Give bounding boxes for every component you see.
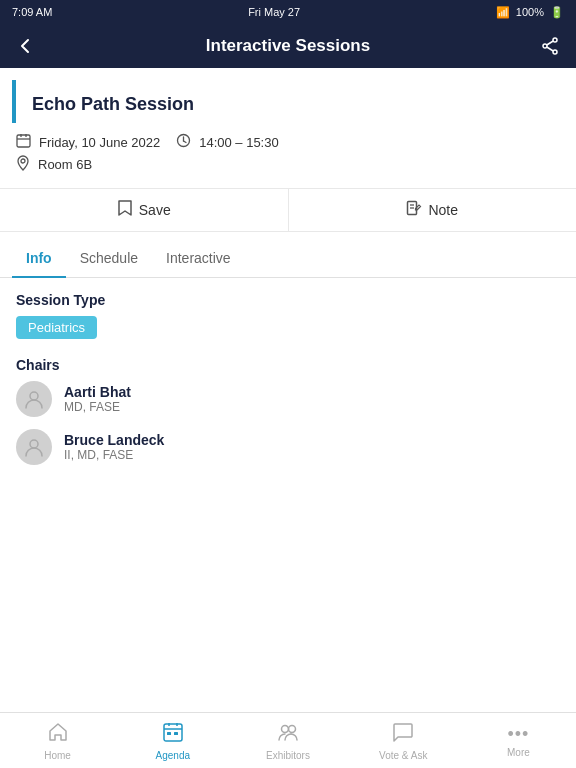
session-title: Echo Path Session — [32, 94, 548, 115]
svg-rect-23 — [174, 732, 178, 735]
note-icon — [406, 200, 422, 220]
session-type-label: Session Type — [16, 292, 560, 308]
nav-home[interactable]: Home — [0, 715, 115, 767]
back-button[interactable] — [12, 32, 40, 60]
session-title-block: Echo Path Session — [12, 80, 564, 123]
svg-point-24 — [282, 725, 289, 732]
svg-rect-18 — [164, 724, 182, 741]
calendar-icon — [16, 133, 31, 151]
home-icon — [47, 721, 69, 748]
more-icon: ••• — [507, 724, 529, 745]
nav-more[interactable]: ••• More — [461, 718, 576, 764]
vote-ask-icon — [392, 721, 414, 748]
svg-point-2 — [543, 44, 547, 48]
location-row: Room 6B — [16, 155, 560, 174]
header: Interactive Sessions — [0, 24, 576, 68]
main-content: Echo Path Session Friday, 10 June 2022 — [0, 68, 576, 712]
chair-role-2: II, MD, FASE — [64, 448, 164, 462]
nav-agenda-label: Agenda — [156, 750, 190, 761]
tab-content-info: Session Type Pediatrics Chairs Aarti Bha… — [0, 278, 576, 491]
status-day: Fri May 27 — [248, 6, 300, 18]
date-row: Friday, 10 June 2022 14:00 – 15:30 — [16, 133, 560, 151]
session-meta: Friday, 10 June 2022 14:00 – 15:30 Room … — [0, 127, 576, 180]
save-button[interactable]: Save — [0, 189, 289, 231]
tabs: Info Schedule Interactive — [0, 240, 576, 278]
svg-point-0 — [553, 38, 557, 42]
tab-schedule[interactable]: Schedule — [66, 240, 152, 278]
bookmark-icon — [117, 199, 133, 221]
chair-name-1: Aarti Bhat — [64, 384, 131, 400]
status-bar: 7:09 AM Fri May 27 📶 100% 🔋 — [0, 0, 576, 24]
nav-home-label: Home — [44, 750, 71, 761]
nav-vote-ask[interactable]: Vote & Ask — [346, 715, 461, 767]
session-type-section: Session Type Pediatrics — [16, 292, 560, 339]
chairs-section: Chairs Aarti Bhat MD, FASE — [16, 357, 560, 465]
clock-icon — [176, 133, 191, 151]
battery-label: 100% — [516, 6, 544, 18]
note-label: Note — [428, 202, 458, 218]
note-button[interactable]: Note — [289, 189, 577, 231]
nav-more-label: More — [507, 747, 530, 758]
tab-info[interactable]: Info — [12, 240, 66, 278]
status-time: 7:09 AM — [12, 6, 52, 18]
svg-point-12 — [21, 159, 25, 163]
location-icon — [16, 155, 30, 174]
svg-rect-22 — [167, 732, 171, 735]
action-buttons: Save Note — [0, 188, 576, 232]
nav-exhibitors-label: Exhibitors — [266, 750, 310, 761]
chair-role-1: MD, FASE — [64, 400, 131, 414]
avatar-1 — [16, 381, 52, 417]
svg-point-1 — [553, 50, 557, 54]
battery-icon: 🔋 — [550, 6, 564, 19]
nav-agenda[interactable]: Agenda — [115, 715, 230, 767]
avatar-2 — [16, 429, 52, 465]
bottom-nav: Home Agenda Exhibitors — [0, 712, 576, 768]
chairs-label: Chairs — [16, 357, 560, 373]
svg-rect-5 — [17, 135, 30, 147]
svg-point-17 — [30, 440, 38, 448]
chair-info-1: Aarti Bhat MD, FASE — [64, 384, 131, 414]
nav-vote-ask-label: Vote & Ask — [379, 750, 427, 761]
exhibitors-icon — [277, 721, 299, 748]
svg-line-3 — [547, 41, 553, 45]
wifi-icon: 📶 — [496, 6, 510, 19]
chair-name-2: Bruce Landeck — [64, 432, 164, 448]
agenda-icon — [162, 721, 184, 748]
svg-line-11 — [184, 141, 187, 143]
nav-exhibitors[interactable]: Exhibitors — [230, 715, 345, 767]
chair-item-2: Bruce Landeck II, MD, FASE — [16, 429, 560, 465]
status-indicators: 📶 100% 🔋 — [496, 6, 564, 19]
svg-point-25 — [289, 725, 296, 732]
session-type-badge: Pediatrics — [16, 316, 97, 339]
share-button[interactable] — [536, 32, 564, 60]
save-label: Save — [139, 202, 171, 218]
svg-line-4 — [547, 47, 553, 51]
tab-interactive[interactable]: Interactive — [152, 240, 245, 278]
header-title: Interactive Sessions — [40, 36, 536, 56]
session-location: Room 6B — [38, 157, 92, 172]
session-date: Friday, 10 June 2022 — [39, 135, 160, 150]
svg-point-16 — [30, 392, 38, 400]
chair-info-2: Bruce Landeck II, MD, FASE — [64, 432, 164, 462]
session-time: 14:00 – 15:30 — [199, 135, 279, 150]
chair-item-1: Aarti Bhat MD, FASE — [16, 381, 560, 417]
